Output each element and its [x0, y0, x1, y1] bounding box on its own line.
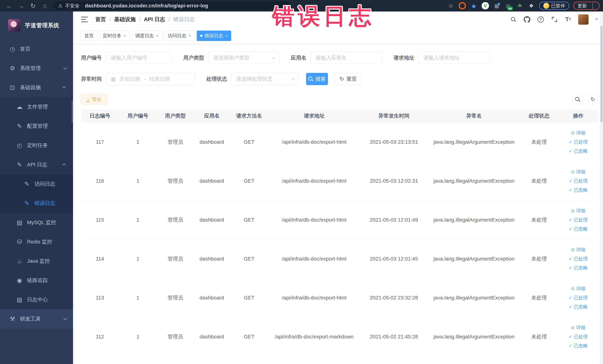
tab-首页[interactable]: 首页 — [81, 31, 97, 41]
close-tab-icon[interactable]: × — [156, 33, 159, 38]
fullscreen-icon[interactable] — [551, 16, 558, 23]
browser-home-icon[interactable]: ⌂ — [39, 2, 51, 10]
tab-错误日志[interactable]: 错误日志× — [197, 31, 231, 41]
sidebar-item-链路追踪[interactable]: ◉链路追踪 — [0, 271, 73, 290]
sidebar-item-访问日志[interactable]: ✎访问日志 — [0, 174, 73, 194]
cell-user_id: 1 — [119, 139, 157, 145]
action-已忽略[interactable]: ✓已忽略 — [568, 226, 588, 232]
action-label: 已忽略 — [574, 187, 588, 193]
sidebar-item-mysql-监控[interactable]: ▤MySQL 监控 — [0, 213, 73, 232]
sidebar-item-配置管理[interactable]: ✎配置管理 — [0, 117, 73, 136]
sidebar-item-首页[interactable]: ◷首页 — [0, 39, 73, 59]
action-已忽略[interactable]: ✓已忽略 — [568, 343, 588, 349]
sidebar-scrollbar-thumb[interactable] — [72, 101, 73, 123]
tab-label: 错误日志 — [205, 33, 223, 39]
export-button[interactable]: ↓ 导出 — [81, 94, 107, 105]
page-scrollbar-track[interactable] — [600, 12, 603, 364]
extension-grid-icon[interactable]: ▦ — [493, 2, 500, 10]
process-status-select[interactable]: 请选择处理状态 — [231, 73, 299, 85]
action-label: 已处理 — [574, 139, 588, 145]
user-avatar[interactable] — [578, 14, 589, 25]
reset-button[interactable]: ↻ 重置 — [335, 73, 362, 85]
cell-method: GET — [230, 334, 268, 340]
refresh-table-button[interactable]: ↻ — [587, 94, 598, 105]
breadcrumb-item[interactable]: 首页 — [95, 16, 106, 23]
action-已处理[interactable]: ✓已处理 — [568, 256, 588, 262]
action-详细[interactable]: ⊙详细 — [571, 286, 585, 292]
sidebar-item-日志中心[interactable]: ▤日志中心 — [0, 290, 73, 309]
action-详细[interactable]: ⊙详细 — [571, 247, 585, 253]
action-详细[interactable]: ⊙详细 — [571, 169, 585, 175]
close-tab-icon[interactable]: × — [124, 33, 126, 38]
tab-调度日志[interactable]: 调度日志× — [132, 31, 162, 41]
breadcrumb-item[interactable]: 基础设施 — [114, 16, 136, 23]
log-icon: ✎ — [16, 161, 23, 168]
check-icon: ✓ — [568, 217, 572, 223]
paused-badge[interactable]: 已暂停 — [539, 2, 569, 10]
browser-back-icon[interactable]: ← — [3, 2, 15, 10]
help-icon[interactable]: ? — [537, 16, 545, 23]
extension-v-icon[interactable]: V — [482, 2, 489, 10]
tools-icon: ⚒ — [9, 316, 16, 322]
search-button[interactable]: 搜索 — [306, 73, 328, 85]
browser-reload-icon[interactable]: ↻ — [27, 2, 39, 10]
action-详细[interactable]: ⊙详细 — [571, 208, 585, 214]
address-bar[interactable]: ⚠ 不安全 dashboard.yudao.iocoder.cn/infra/l… — [53, 1, 291, 10]
tab-定时任务[interactable]: 定时任务× — [99, 31, 129, 41]
browser-menu-kebab-icon[interactable]: ⋮ — [590, 3, 595, 9]
action-已忽略[interactable]: ✓已忽略 — [568, 148, 588, 154]
bookmark-star-icon[interactable]: ☆ — [447, 2, 454, 10]
sidebar-item-系统管理[interactable]: ⚙系统管理 — [0, 59, 73, 78]
request-url-input[interactable] — [418, 52, 490, 64]
extension-plant-icon[interactable]: ☘ — [516, 2, 523, 10]
cell-status: 未处理 — [520, 139, 558, 146]
action-已处理[interactable]: ✓已处理 — [568, 295, 588, 301]
action-已处理[interactable]: ✓已处理 — [568, 178, 588, 184]
sidebar-item-java-监控[interactable]: ♨Java 监控 — [0, 251, 73, 271]
eye-icon: ⊙ — [571, 169, 575, 175]
close-tab-icon[interactable]: × — [225, 33, 228, 38]
action-已忽略[interactable]: ✓已忽略 — [568, 187, 588, 193]
sidebar-item-基础设施[interactable]: ⊡基础设施 — [0, 78, 73, 97]
tab-访问日志[interactable]: 访问日志× — [164, 31, 195, 41]
exception-time-range-picker[interactable]: ▦ 开始日期 - 结束日期 — [106, 73, 195, 85]
action-已处理[interactable]: ✓已处理 — [568, 334, 588, 340]
font-size-icon[interactable]: TT — [564, 16, 572, 23]
sidebar-item-研发工具[interactable]: ⚒研发工具 — [0, 309, 73, 329]
app-name-input[interactable] — [311, 52, 382, 64]
cell-time: 2021-05-03 12:01:49 — [360, 217, 428, 223]
action-详细[interactable]: ⊙详细 — [571, 130, 585, 136]
user-type-select[interactable]: 请选择用户类型 — [208, 52, 279, 64]
toggle-search-button[interactable] — [572, 94, 583, 105]
action-已忽略[interactable]: ✓已忽略 — [568, 304, 588, 310]
action-详细[interactable]: ⊙详细 — [571, 325, 585, 331]
sidebar-item-redis-监控[interactable]: ⛁Redis 监控 — [0, 232, 73, 251]
extension-on-badge-icon[interactable]: ▤ — [505, 2, 512, 10]
browser-forward-icon[interactable]: → — [15, 2, 27, 10]
extensions-puzzle-icon[interactable]: ❖ — [528, 2, 535, 10]
user-id-input[interactable] — [106, 52, 172, 64]
not-secure-label: 不安全 — [65, 3, 80, 9]
github-icon[interactable] — [523, 16, 531, 23]
sidebar-item-文件管理[interactable]: ☁文件管理 — [0, 97, 73, 117]
action-已处理[interactable]: ✓已处理 — [568, 217, 588, 223]
action-已忽略[interactable]: ✓已忽略 — [568, 265, 588, 271]
sidebar-logo-row[interactable]: 芋道管理系统 — [0, 12, 73, 39]
sidebar-item-定时任务[interactable]: ◴定时任务 — [0, 136, 73, 155]
sidebar-toggle-icon[interactable] — [81, 17, 88, 22]
breadcrumb-item[interactable]: API 日志 — [144, 16, 165, 23]
page-scrollbar-thumb[interactable] — [600, 26, 603, 122]
error-log-table: 日志编号用户编号用户类型应用名请求方法名请求地址异常发生时间异常名处理状态操作 … — [81, 109, 599, 356]
header-search-icon[interactable] — [510, 16, 517, 23]
sidebar-item-错误日志[interactable]: ✎错误日志 — [0, 194, 73, 213]
action-已处理[interactable]: ✓已处理 — [568, 139, 588, 145]
cell-actions: ⊙详细✓已处理✓已忽略 — [558, 208, 599, 232]
close-tab-icon[interactable]: × — [188, 33, 191, 38]
extension-shield-icon[interactable]: ◆ — [470, 2, 477, 10]
browser-update-button[interactable]: 更新 ⋮ — [573, 2, 600, 10]
extension-orange-icon[interactable] — [459, 2, 466, 10]
cell-id: 116 — [81, 178, 119, 184]
avatar-caret-icon[interactable] — [595, 18, 598, 20]
sidebar-item-api-日志[interactable]: ✎API 日志 — [0, 155, 73, 174]
user-id-label: 用户编号 — [81, 54, 102, 61]
